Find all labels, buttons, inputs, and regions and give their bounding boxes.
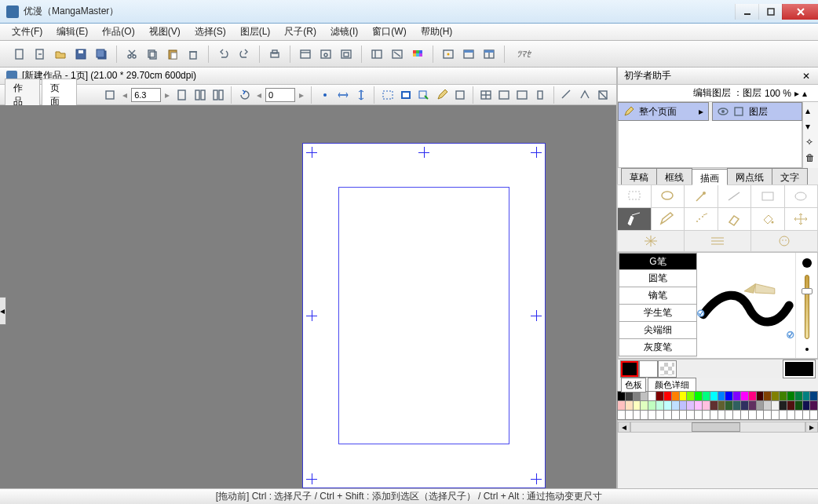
brush-size-slider[interactable] xyxy=(805,275,809,339)
spread-icon[interactable] xyxy=(192,86,208,104)
paper[interactable] xyxy=(302,143,546,488)
scroll-thumb[interactable] xyxy=(692,422,740,432)
sel-pen-icon[interactable] xyxy=(433,86,450,104)
menu-help[interactable]: 帮助(H) xyxy=(414,24,460,40)
trash-icon[interactable]: 🗑 xyxy=(805,152,816,163)
tool-eraser[interactable] xyxy=(718,207,752,231)
scroll-down-icon[interactable]: ▾ xyxy=(805,121,816,132)
print-icon[interactable] xyxy=(266,46,283,63)
brush-school[interactable]: 学生笔 xyxy=(619,305,697,322)
brush-g-pen[interactable]: G笔 xyxy=(619,253,697,270)
canvas[interactable]: ◂ ▸ xyxy=(0,105,616,488)
panel-win2-icon[interactable] xyxy=(480,46,498,63)
menu-edit[interactable]: 编辑(E) xyxy=(49,24,95,40)
sel-full-icon[interactable] xyxy=(397,86,414,104)
swatch-bg[interactable] xyxy=(640,361,657,377)
menu-ruler[interactable]: 尺子(R) xyxy=(277,24,323,40)
fit-height-icon[interactable] xyxy=(352,86,369,104)
rotate-next-icon[interactable]: ▸ xyxy=(297,89,306,100)
new-icon[interactable] xyxy=(11,46,28,63)
layer-list-left[interactable] xyxy=(619,121,709,167)
extra-tool-icon[interactable]: ﾂﾏｾ xyxy=(511,46,542,63)
sel-box-icon[interactable] xyxy=(451,86,468,104)
menu-file[interactable]: 文件(F) xyxy=(5,24,49,40)
minimize-button[interactable] xyxy=(735,4,758,20)
grid-3-icon[interactable] xyxy=(514,86,531,104)
page-layer-cell[interactable]: 整个页面 ▸ xyxy=(618,102,709,121)
brush-kabura[interactable]: 镝笔 xyxy=(619,287,697,305)
panel-nav-icon[interactable] xyxy=(440,46,457,63)
brush-size-max-icon[interactable] xyxy=(802,257,813,268)
tab-draw[interactable]: 描画 xyxy=(692,169,728,185)
ruler-3-icon[interactable] xyxy=(595,86,612,104)
assistant-close-icon[interactable]: ✕ xyxy=(801,71,812,82)
menu-works[interactable]: 作品(O) xyxy=(95,24,141,40)
rotate-field[interactable] xyxy=(265,88,295,102)
tool-pen[interactable] xyxy=(617,207,652,231)
zoom-fit-icon[interactable] xyxy=(102,86,119,104)
tool-wand[interactable] xyxy=(684,184,718,208)
save-icon[interactable] xyxy=(72,46,89,63)
open-icon[interactable] xyxy=(52,46,69,63)
tool-face[interactable] xyxy=(750,230,818,252)
zoom-prev-icon[interactable]: ◂ xyxy=(120,89,130,100)
tab-text[interactable]: 文字 xyxy=(772,168,808,184)
scroll-up-icon[interactable]: ▴ xyxy=(805,105,816,116)
tool-bucket[interactable] xyxy=(750,207,785,231)
layer-list-right[interactable] xyxy=(712,121,802,167)
tool-rect[interactable] xyxy=(750,184,785,208)
panel-win-icon[interactable] xyxy=(460,46,477,63)
tab-tone[interactable]: 网点纸 xyxy=(727,168,772,184)
zoom-next-icon[interactable]: ▸ xyxy=(163,89,172,100)
menu-window[interactable]: 窗口(W) xyxy=(365,24,413,40)
ruler-2-icon[interactable] xyxy=(577,86,593,104)
brush-round[interactable]: 圆笔 xyxy=(619,270,697,287)
delete-icon[interactable] xyxy=(184,46,202,63)
sel-rect-icon[interactable] xyxy=(379,86,396,104)
new-page-icon[interactable] xyxy=(31,46,49,63)
panel-layers-icon[interactable] xyxy=(368,46,385,63)
swatch-fg[interactable] xyxy=(621,361,638,377)
tool-burst[interactable] xyxy=(617,230,685,252)
panel-tone-icon[interactable] xyxy=(389,46,406,63)
layer-cell[interactable]: 图层 xyxy=(712,102,803,121)
menu-view[interactable]: 视图(V) xyxy=(142,24,188,40)
sel-edit-icon[interactable] xyxy=(415,86,432,104)
panel-1-icon[interactable] xyxy=(297,46,314,63)
left-collapse-handle[interactable]: ◂ xyxy=(0,297,6,325)
menu-filter[interactable]: 滤镜(I) xyxy=(323,24,365,40)
scroll-right-icon[interactable]: ▸ xyxy=(805,422,818,433)
panel-2-icon[interactable] xyxy=(317,46,334,63)
tool-line[interactable] xyxy=(718,184,752,208)
panel-3-icon[interactable] xyxy=(338,46,355,63)
menu-layer[interactable]: 图层(L) xyxy=(233,24,278,40)
palette-scrollbar[interactable]: ◂ ▸ xyxy=(618,420,818,433)
tool-pencil[interactable] xyxy=(651,207,685,231)
redo-icon[interactable] xyxy=(236,46,253,63)
flip-icon[interactable] xyxy=(210,86,226,104)
palette-cell[interactable] xyxy=(809,410,818,420)
slider-thumb[interactable] xyxy=(802,288,813,294)
maximize-button[interactable] xyxy=(758,4,782,20)
zoom-field[interactable] xyxy=(131,88,161,102)
grid-2-icon[interactable] xyxy=(496,86,513,104)
paste-icon[interactable] xyxy=(164,46,181,63)
brush-size-min-icon[interactable] xyxy=(803,345,811,353)
tab-frame[interactable]: 框线 xyxy=(656,168,692,184)
ruler-1-icon[interactable] xyxy=(559,86,575,104)
menu-select[interactable]: 选择(S) xyxy=(188,24,233,40)
grid-1-icon[interactable] xyxy=(478,86,495,104)
page-icon[interactable] xyxy=(173,86,190,104)
tool-speed[interactable] xyxy=(684,230,751,252)
tool-lasso[interactable] xyxy=(651,184,685,208)
collapse-up-icon[interactable]: ▴ xyxy=(802,88,813,99)
undo-icon[interactable] xyxy=(215,46,232,63)
scroll-left-icon[interactable]: ◂ xyxy=(618,422,630,433)
rotate-icon[interactable] xyxy=(236,86,253,104)
layer-next-icon[interactable]: ▸ xyxy=(794,88,799,99)
grid-4-icon[interactable] xyxy=(532,86,549,104)
save-all-icon[interactable] xyxy=(93,46,110,63)
tab-draft[interactable]: 草稿 xyxy=(621,168,657,184)
fit-width-icon[interactable] xyxy=(334,86,351,104)
swatch-transparent[interactable] xyxy=(659,361,676,377)
